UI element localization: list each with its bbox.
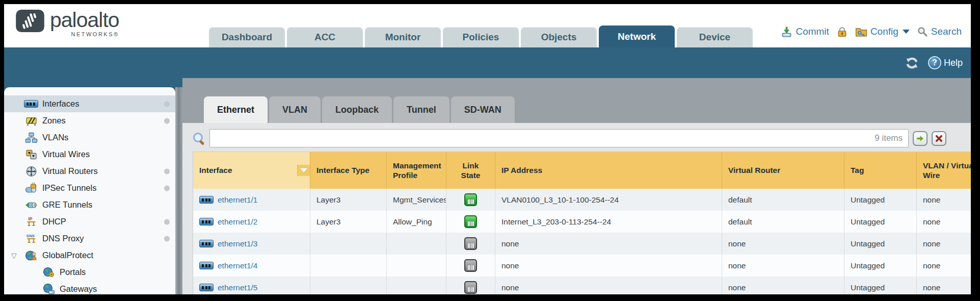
sidebar-item-label: VLANs — [42, 133, 68, 142]
tab-acc[interactable]: ACC — [287, 27, 363, 47]
table-row[interactable]: ethernet1/4 none none Untagged none — [193, 255, 971, 277]
link-state-icon — [464, 215, 477, 228]
sidebar-item-portals[interactable]: Portals — [4, 264, 175, 281]
main-nav-tabs: Dashboard ACC Monitor Policies Objects N… — [209, 26, 753, 47]
tab-policies[interactable]: Policies — [443, 27, 519, 47]
svg-text:IP: IP — [28, 216, 32, 221]
tab-loopback[interactable]: Loopback — [322, 96, 392, 123]
top-actions: Commit Config — [781, 26, 962, 38]
interface-link[interactable]: ethernet1/1 — [218, 195, 257, 205]
table-row[interactable]: ethernet1/3 none none Untagged none — [193, 233, 971, 255]
interface-link[interactable]: ethernet1/5 — [218, 283, 257, 292]
table-row[interactable]: ethernet1/2 Layer3 Allow_Ping Internet_L… — [193, 211, 971, 233]
sidebar-item-label: GRE Tunnels — [42, 200, 92, 210]
item-dot — [164, 118, 170, 123]
zones-icon — [24, 115, 38, 127]
column-header-link-state[interactable]: Link State — [446, 152, 495, 189]
config-icon — [855, 26, 867, 38]
interfaces-icon — [24, 98, 38, 110]
column-header-management-profile[interactable]: Management Profile — [387, 152, 446, 189]
sidebar-item-dns-proxy[interactable]: DNS DNS Proxy — [4, 230, 175, 247]
help-icon — [928, 56, 941, 69]
main-content: Ethernet VLAN Loopback Tunnel SD-WAN 9 i… — [182, 78, 971, 294]
search-button[interactable]: Search — [917, 26, 962, 37]
column-header-vlan-virtual-wire[interactable]: VLAN / Virtual Wire — [917, 152, 971, 189]
tab-monitor[interactable]: Monitor — [365, 27, 441, 47]
tab-vlan[interactable]: VLAN — [269, 96, 321, 123]
column-header-ip-address[interactable]: IP Address — [495, 152, 722, 189]
sidebar-item-virtual-routers[interactable]: Virtual Routers — [4, 163, 175, 180]
svg-text:DNS: DNS — [27, 234, 35, 238]
commit-icon — [781, 26, 792, 38]
sidebar-item-gre-tunnels[interactable]: GRE Tunnels — [4, 196, 175, 213]
chevron-down-icon — [903, 30, 910, 34]
sidebar-item-label: Gateways — [60, 284, 97, 294]
interface-link[interactable]: ethernet1/4 — [218, 261, 257, 270]
tab-ethernet[interactable]: Ethernet — [204, 96, 268, 123]
column-header-interface-type[interactable]: Interface Type — [310, 152, 387, 189]
sidebar-item-gateways[interactable]: Gateways — [4, 281, 175, 294]
tab-objects[interactable]: Objects — [521, 27, 597, 47]
column-menu-icon[interactable] — [297, 165, 310, 176]
dhcp-icon: IP — [24, 216, 38, 228]
paloalto-logo-icon — [15, 9, 45, 33]
tab-device[interactable]: Device — [677, 27, 753, 47]
filter-input[interactable] — [209, 129, 909, 147]
sidebar-item-label: IPSec Tunnels — [42, 183, 96, 193]
item-dot — [164, 168, 170, 174]
item-dot — [164, 219, 170, 224]
column-header-virtual-router[interactable]: Virtual Router — [722, 152, 844, 189]
clear-filter-button[interactable] — [932, 131, 946, 146]
table-row[interactable]: ethernet1/5 none none Untagged none — [193, 277, 971, 294]
column-header-interface[interactable]: Interface — [193, 152, 310, 189]
config-menu-button[interactable]: Config — [855, 26, 910, 38]
item-dot — [164, 185, 170, 191]
interfaces-table: Interface Interface Type Management Prof… — [193, 152, 971, 294]
column-header-tag[interactable]: Tag — [844, 152, 917, 189]
interface-link[interactable]: ethernet1/3 — [218, 239, 257, 248]
interface-link[interactable]: ethernet1/2 — [218, 217, 257, 227]
sidebar-item-interfaces[interactable]: Interfaces — [4, 95, 175, 112]
help-label: Help — [944, 58, 963, 68]
link-state-icon — [464, 259, 477, 272]
gre-tunnels-icon — [24, 199, 38, 211]
sidebar-item-zones[interactable]: Zones — [4, 112, 175, 129]
ethernet-icon — [199, 284, 214, 291]
commit-button[interactable]: Commit — [781, 26, 829, 38]
sidebar: Interfaces Zones VLANs — [4, 78, 175, 294]
tab-dashboard[interactable]: Dashboard — [209, 27, 285, 47]
item-dot — [164, 236, 170, 241]
ethernet-icon — [199, 196, 214, 204]
ethernet-icon — [199, 262, 214, 269]
link-state-icon — [464, 193, 477, 206]
sidebar-item-label: Interfaces — [42, 99, 79, 109]
sidebar-item-vlans[interactable]: VLANs — [4, 129, 175, 146]
refresh-icon[interactable] — [905, 57, 919, 69]
sidebar-item-dhcp[interactable]: IP DHCP — [4, 213, 175, 230]
apply-filter-button[interactable] — [913, 131, 928, 146]
sidebar-item-virtual-wires[interactable]: Virtual Wires — [4, 146, 175, 163]
sidebar-item-globalprotect[interactable]: GlobalProtect — [4, 247, 175, 264]
item-dot — [164, 101, 170, 107]
table-row[interactable]: ethernet1/1 Layer3 Mgmt_Services VLAN010… — [193, 189, 971, 211]
sidebar-item-ipsec-tunnels[interactable]: IPSec Tunnels — [4, 180, 175, 196]
dns-proxy-icon: DNS — [24, 233, 38, 244]
link-state-icon — [464, 237, 477, 250]
filter-search-icon[interactable] — [193, 132, 205, 145]
collapse-triangle-icon[interactable] — [11, 252, 17, 259]
sidebar-item-label: Zones — [42, 116, 66, 126]
sidebar-item-label: Virtual Routers — [42, 166, 98, 176]
lock-icon[interactable] — [836, 26, 848, 38]
body: Interfaces Zones VLANs — [4, 78, 971, 294]
sidebar-item-label: GlobalProtect — [42, 250, 93, 260]
filter-field: 9 items — [209, 129, 909, 147]
content-panel: 9 items — [182, 123, 971, 294]
tab-network[interactable]: Network — [599, 26, 675, 47]
virtual-wires-icon — [24, 149, 38, 160]
sidebar-item-label: Virtual Wires — [42, 149, 90, 159]
sidebar-scrollbar[interactable] — [175, 78, 182, 294]
help-button[interactable]: Help — [928, 56, 963, 69]
filter-row: 9 items — [193, 128, 971, 148]
tab-sdwan[interactable]: SD-WAN — [451, 96, 515, 123]
tab-tunnel[interactable]: Tunnel — [393, 96, 449, 123]
